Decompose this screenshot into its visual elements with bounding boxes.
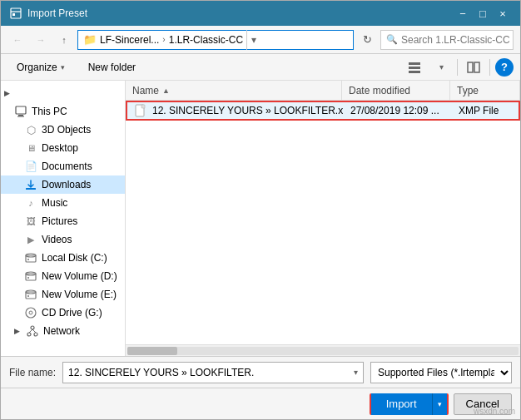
sidebar-item-documents[interactable]: 📄 Documents (1, 157, 125, 175)
table-row[interactable]: 12. SINCERELY YOURS » LOOKFILTER.xmp 27/… (126, 101, 520, 121)
back-button[interactable]: ← (7, 30, 27, 50)
col-header-date[interactable]: Date modified (342, 81, 450, 100)
pane-button[interactable] (463, 57, 484, 77)
organize-button[interactable]: Organize ▾ (7, 57, 74, 77)
expand-arrow: ▶ (4, 89, 10, 97)
sidebar-item-new-volume-e[interactable]: New Volume (E:) (1, 285, 125, 304)
title-bar: Import Preset − □ × (1, 1, 520, 26)
address-path[interactable]: 📁 LF-Sincerel... › 1.LR-Classic-CC ▾ (77, 30, 354, 50)
pictures-icon: 🖼 (24, 215, 37, 228)
import-split-button[interactable]: ▾ (432, 393, 447, 415)
disk-e-icon (24, 288, 37, 301)
desktop-icon: 🖥 (24, 141, 37, 155)
search-input[interactable] (401, 34, 521, 46)
svg-point-19 (27, 295, 29, 297)
organize-chevron: ▾ (61, 63, 65, 72)
disk-d-icon (24, 269, 37, 283)
path-chevron[interactable]: ▾ (246, 30, 260, 50)
path-part1: LF-Sincerel... (100, 34, 159, 46)
sidebar-item-music[interactable]: ♪ Music (1, 194, 125, 212)
toolbar: Organize ▾ New folder ▾ ? (1, 54, 520, 81)
main-area: ▶ This PC ⬡ 3D Objects 🖥 (1, 81, 520, 356)
filename-dropdown-arrow[interactable]: ▾ (354, 368, 358, 377)
search-box[interactable]: 🔍 (380, 30, 514, 50)
sidebar-item-downloads[interactable]: Downloads (1, 175, 125, 194)
svg-point-20 (26, 308, 36, 318)
view-dropdown-button[interactable]: ▾ (430, 57, 452, 77)
file-name-text: 12. SINCERELY YOURS » LOOKFILTER.xmp (152, 105, 344, 116)
sidebar-item-cd-drive-g[interactable]: CD Drive (G:) (1, 304, 125, 322)
minimize-button[interactable]: − (454, 5, 472, 22)
sidebar-item-new-volume-d[interactable]: New Volume (D:) (1, 267, 125, 285)
xmp-file-icon (134, 104, 147, 117)
window-title: Import Preset (27, 7, 87, 19)
svg-line-25 (29, 329, 32, 333)
disk-c-icon (24, 251, 37, 264)
pc-icon (14, 105, 27, 118)
close-button[interactable]: × (494, 5, 512, 22)
svg-point-16 (27, 277, 29, 279)
import-button[interactable]: Import (371, 393, 432, 415)
sidebar-label-documents: Documents (42, 161, 92, 172)
svg-rect-5 (468, 62, 473, 72)
svg-rect-6 (474, 62, 479, 72)
file-name-cell: 12. SINCERELY YOURS » LOOKFILTER.xmp (127, 102, 344, 119)
filename-input-wrap[interactable]: ▾ (62, 362, 364, 383)
sidebar-label-desktop: Desktop (42, 142, 78, 154)
sidebar-label-videos: Videos (42, 234, 72, 245)
sort-arrow: ▲ (162, 86, 170, 95)
downloads-icon (24, 178, 37, 191)
network-expand-arrow: ▶ (14, 327, 20, 335)
svg-point-13 (27, 259, 29, 260)
filename-label: File name: (9, 367, 56, 378)
path-separator: › (162, 35, 165, 44)
sidebar-label-downloads: Downloads (42, 179, 91, 190)
cd-icon (24, 306, 37, 319)
col-header-type[interactable]: Type (450, 81, 520, 100)
search-icon: 🔍 (386, 34, 398, 45)
sidebar: ▶ This PC ⬡ 3D Objects 🖥 (1, 81, 126, 356)
file-date-cell: 27/08/2019 12:09 ... (344, 102, 452, 119)
view-details-button[interactable] (404, 57, 425, 77)
up-button[interactable]: ↑ (54, 30, 74, 50)
sidebar-item-this-pc[interactable]: This PC (1, 102, 125, 121)
sidebar-item-3d-objects[interactable]: ⬡ 3D Objects (1, 121, 125, 139)
music-icon: ♪ (24, 196, 37, 210)
sidebar-item-local-disk-c[interactable]: Local Disk (C:) (1, 249, 125, 267)
svg-point-22 (31, 326, 34, 329)
sidebar-item-videos[interactable]: ▶ Videos (1, 230, 125, 249)
maximize-button[interactable]: □ (474, 5, 492, 22)
svg-rect-3 (409, 67, 420, 69)
file-list-header: Name ▲ Date modified Type (126, 81, 520, 101)
file-list: 12. SINCERELY YOURS » LOOKFILTER.xmp 27/… (126, 101, 520, 344)
svg-rect-0 (11, 8, 21, 18)
svg-point-23 (27, 333, 31, 336)
filename-bar: File name: ▾ Supported Files (*.lrtempla… (1, 356, 520, 388)
file-area: Name ▲ Date modified Type (126, 81, 520, 356)
new-folder-button[interactable]: New folder (79, 57, 145, 77)
sidebar-label-this-pc: This PC (32, 106, 67, 117)
forward-button[interactable]: → (31, 30, 51, 50)
refresh-button[interactable]: ↻ (357, 30, 377, 50)
svg-rect-2 (409, 62, 420, 65)
sidebar-label-pictures: Pictures (42, 215, 77, 227)
sidebar-label-music: Music (42, 197, 67, 209)
path-part2: 1.LR-Classic-CC (169, 34, 243, 46)
filename-input[interactable] (68, 367, 350, 378)
sidebar-expand-this-pc[interactable]: ▶ (1, 84, 125, 102)
svg-rect-7 (16, 106, 26, 114)
sidebar-label-3d: 3D Objects (42, 124, 91, 136)
scroll-track[interactable] (127, 347, 519, 355)
col-header-name[interactable]: Name ▲ (126, 81, 342, 100)
help-button[interactable]: ? (495, 58, 514, 77)
sidebar-item-network[interactable]: ▶ Network (1, 322, 125, 340)
horizontal-scrollbar[interactable] (126, 344, 520, 356)
svg-point-24 (34, 333, 37, 336)
videos-icon: ▶ (24, 233, 37, 246)
folder-icon: 📁 (83, 33, 97, 46)
scroll-thumb[interactable] (127, 347, 177, 355)
sidebar-item-pictures[interactable]: 🖼 Pictures (1, 212, 125, 230)
svg-rect-10 (26, 188, 36, 190)
sidebar-item-desktop[interactable]: 🖥 Desktop (1, 139, 125, 157)
filetype-select[interactable]: Supported Files (*.lrtemplate; *. (370, 362, 512, 383)
